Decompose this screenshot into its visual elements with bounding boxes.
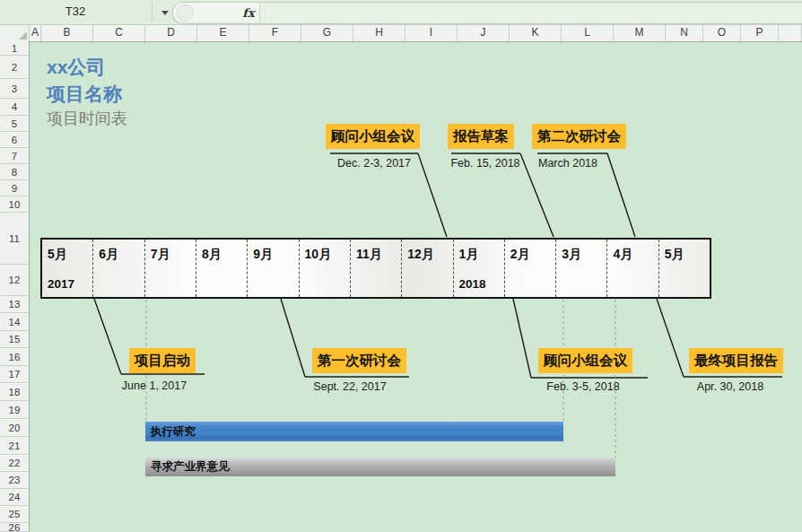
column-header-C[interactable]: C bbox=[93, 24, 145, 41]
milestone-date: Apr. 30, 2018 bbox=[697, 380, 763, 393]
company-title: xx公司 bbox=[47, 55, 105, 80]
milestone-date: March 2018 bbox=[538, 157, 597, 170]
month-label: 6月 bbox=[99, 247, 118, 263]
row-header-26[interactable]: 26 bbox=[0, 523, 29, 532]
column-header-partial[interactable] bbox=[779, 24, 802, 41]
project-title: 项目名称 bbox=[47, 82, 122, 107]
month-label: 3月 bbox=[562, 247, 581, 263]
timeline-month-cell: 12月 bbox=[402, 240, 453, 297]
year-label: 2017 bbox=[48, 277, 74, 291]
milestone-label-above[interactable]: 顾问小组会议 bbox=[326, 124, 420, 149]
row-header-3[interactable]: 3 bbox=[0, 79, 29, 99]
insert-function-icon[interactable]: fx bbox=[238, 4, 259, 23]
row-header-9[interactable]: 9 bbox=[0, 180, 29, 196]
name-box[interactable]: T32 bbox=[0, 0, 151, 23]
timeline-month-cell: 8月 bbox=[196, 240, 248, 297]
milestone-connector-line bbox=[657, 299, 684, 377]
milestone-label-below[interactable]: 顾问小组会议 bbox=[538, 348, 632, 373]
row-header-19[interactable]: 19 bbox=[0, 401, 29, 419]
month-label: 5月 bbox=[48, 247, 67, 263]
timeline-month-cell: 5月2017 bbox=[42, 240, 93, 297]
row-header-23[interactable]: 23 bbox=[0, 472, 29, 489]
milestone-date: Feb. 15, 2018 bbox=[450, 157, 519, 170]
milestone-label-above[interactable]: 报告草案 bbox=[448, 124, 514, 149]
row-header-17[interactable]: 17 bbox=[0, 366, 29, 383]
row-header-11[interactable]: 11 bbox=[0, 213, 29, 265]
name-box-divider bbox=[152, 3, 153, 21]
timeline-month-cell: 6月 bbox=[93, 240, 144, 297]
formula-input[interactable]: fx bbox=[172, 2, 802, 24]
timeline-month-cell: 10月 bbox=[300, 240, 351, 297]
row-header-1[interactable]: 1 bbox=[0, 41, 29, 56]
column-header-P[interactable]: P bbox=[741, 24, 779, 41]
month-label: 9月 bbox=[253, 247, 273, 263]
row-header-15[interactable]: 15 bbox=[0, 331, 29, 348]
row-header-12[interactable]: 12 bbox=[0, 265, 29, 296]
row-header-10[interactable]: 10 bbox=[0, 196, 29, 213]
timeline-month-cell: 4月 bbox=[607, 240, 658, 297]
timeline-month-cell: 3月 bbox=[556, 240, 607, 297]
milestone-connector-line bbox=[281, 299, 305, 377]
formula-bar-circle-icon bbox=[177, 4, 194, 22]
timeline-month-cell: 7月 bbox=[145, 240, 196, 297]
column-header-E[interactable]: E bbox=[197, 24, 249, 41]
milestone-date: June 1, 2017 bbox=[122, 379, 187, 392]
timeline-band[interactable]: 5月20176月7月8月9月10月11月12月1月20182月3月4月5月 bbox=[40, 238, 711, 299]
milestone-connector-line bbox=[513, 299, 531, 378]
row-header-8[interactable]: 8 bbox=[0, 164, 29, 180]
row-header-4[interactable]: 4 bbox=[0, 99, 29, 116]
select-all-triangle-icon bbox=[19, 31, 27, 39]
milestone-label-below[interactable]: 最终项目报告 bbox=[689, 348, 783, 373]
milestone-label-below[interactable]: 第一次研讨会 bbox=[312, 348, 406, 373]
column-header-K[interactable]: K bbox=[510, 24, 562, 41]
timeline-month-cell: 2月 bbox=[505, 240, 556, 297]
column-header-O[interactable]: O bbox=[703, 24, 741, 41]
column-header-D[interactable]: D bbox=[145, 24, 197, 41]
column-header-J[interactable]: J bbox=[458, 24, 510, 41]
milestone-label-below[interactable]: 项目启动 bbox=[129, 348, 196, 373]
row-header-25[interactable]: 25 bbox=[0, 506, 29, 523]
timeline-month-cell: 11月 bbox=[351, 240, 402, 297]
year-label: 2018 bbox=[459, 277, 486, 291]
milestone-date: Dec. 2-3, 2017 bbox=[337, 157, 411, 170]
month-label: 2月 bbox=[510, 247, 530, 263]
milestone-connector-line bbox=[607, 153, 635, 237]
column-header-H[interactable]: H bbox=[353, 24, 405, 41]
row-header-7[interactable]: 7 bbox=[0, 148, 29, 164]
column-header-M[interactable]: M bbox=[614, 24, 666, 41]
column-header-G[interactable]: G bbox=[301, 24, 353, 41]
month-label: 4月 bbox=[613, 247, 632, 263]
row-header-21[interactable]: 21 bbox=[0, 437, 29, 455]
month-label: 11月 bbox=[356, 247, 382, 263]
row-header-24[interactable]: 24 bbox=[0, 489, 29, 506]
formula-bar-cap: fx bbox=[173, 3, 260, 22]
row-header-13[interactable]: 13 bbox=[0, 296, 29, 313]
row-header-16[interactable]: 16 bbox=[0, 348, 29, 366]
row-header-6[interactable]: 6 bbox=[0, 132, 29, 148]
column-header-I[interactable]: I bbox=[405, 24, 458, 41]
row-header-18[interactable]: 18 bbox=[0, 383, 29, 401]
column-header-B[interactable]: B bbox=[41, 24, 93, 41]
gantt-bar-label: 寻求产业界意见 bbox=[145, 459, 230, 475]
column-header-A[interactable]: A bbox=[30, 24, 41, 41]
milestone-label-above[interactable]: 第二次研讨会 bbox=[532, 124, 626, 149]
excel-window: T32 fx ABCDEFGHIJKLMNOP 1234567891011121… bbox=[0, 0, 802, 532]
month-label: 7月 bbox=[151, 247, 170, 263]
month-label: 1月 bbox=[459, 247, 479, 263]
gantt-bar-gray[interactable]: 寻求产业界意见 bbox=[145, 458, 615, 476]
select-all-button[interactable] bbox=[0, 24, 30, 41]
row-header-14[interactable]: 14 bbox=[0, 313, 29, 331]
row-header-2[interactable]: 2 bbox=[0, 56, 29, 79]
month-label: 10月 bbox=[305, 247, 332, 263]
name-box-dropdown-icon[interactable] bbox=[161, 11, 169, 15]
column-header-N[interactable]: N bbox=[666, 24, 703, 41]
column-header-L[interactable]: L bbox=[562, 24, 614, 41]
row-header-20[interactable]: 20 bbox=[0, 419, 29, 437]
milestone-connector-line bbox=[418, 153, 447, 237]
gantt-bar-blue[interactable]: 执行研究 bbox=[145, 422, 563, 441]
row-header-22[interactable]: 22 bbox=[0, 455, 29, 472]
timeline-subtitle: 项目时间表 bbox=[47, 108, 127, 129]
milestone-date: Feb. 3-5, 2018 bbox=[546, 380, 619, 393]
row-header-5[interactable]: 5 bbox=[0, 116, 29, 132]
column-header-F[interactable]: F bbox=[249, 24, 301, 41]
